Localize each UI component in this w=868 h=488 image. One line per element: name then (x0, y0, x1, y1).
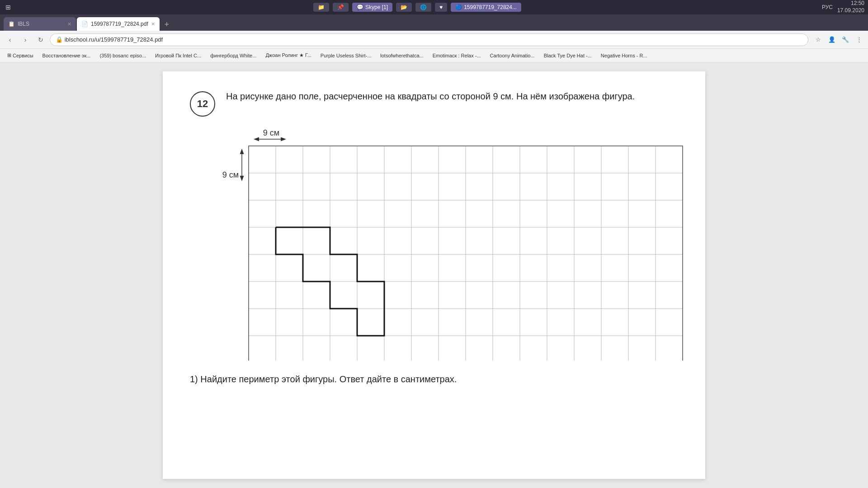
back-button[interactable]: ‹ (4, 33, 16, 46)
skype-icon: 💬 (357, 4, 363, 10)
refresh-button[interactable]: ↻ (34, 33, 47, 46)
url-text: iblschool.ru/u/1599787719_72824.pdf (65, 36, 163, 43)
bookmark-restore[interactable]: Восстановление эк... (39, 52, 94, 59)
title-bar-right: РУС 12:50 17.09.2020 (822, 0, 864, 14)
bookmark-igrovoy[interactable]: Игровой Пк Intel С... (151, 52, 205, 59)
taskbar-folder[interactable]: 📂 (396, 3, 412, 12)
tab-pdf-label: 1599787719_72824.pdf (91, 21, 148, 27)
heart-icon: ♥ (439, 4, 443, 10)
problem-header: 12 На рисунке дано поле, расчерченное на… (190, 89, 678, 117)
folder-icon: 📂 (401, 4, 407, 10)
profile-icon[interactable]: 👤 (826, 34, 837, 45)
tab-bar: 📋 IBLS ✕ 📄 1599787719_72824.pdf ✕ + (0, 14, 868, 31)
taskbar-pin[interactable]: 📌 (333, 3, 349, 12)
tab-ibls[interactable]: 📋 IBLS ✕ (4, 17, 76, 31)
bookmark-cartoony[interactable]: Cartoony Animatio... (486, 52, 538, 59)
bookmark-igrovoy-label: Игровой Пк Intel С... (155, 53, 201, 58)
bookmark-cartoony-label: Cartoony Animatio... (490, 53, 535, 58)
bookmark-rowling[interactable]: Джоан Ролинг ★ Г... (262, 52, 315, 59)
chrome-icon: 🔵 (455, 4, 462, 10)
tab-pdf-favicon: 📄 (81, 21, 88, 27)
bookmark-fingerboard-label: фингерборд White... (210, 53, 256, 58)
windows-icon[interactable]: ⊞ (4, 3, 13, 12)
svg-text:9 см: 9 см (222, 170, 239, 179)
browser-chrome: ⊞ 📁 📌 💬 Skype [1] 📂 🌐 ♥ (0, 0, 868, 62)
bookmark-negative-horns-label: Negative Horns - R... (601, 53, 647, 58)
page-content: 12 На рисунке дано поле, расчерченное на… (163, 71, 705, 479)
bookmark-star-icon[interactable]: ☆ (813, 34, 824, 45)
chrome-label: 1599787719_72824... (464, 4, 517, 10)
title-bar-left: ⊞ (4, 3, 13, 12)
bookmark-apps-icon: ⊞ (7, 52, 11, 58)
bookmark-lotsof-label: lotsofwherethatca... (380, 53, 423, 58)
taskbar-file-explorer[interactable]: 📁 (313, 3, 329, 12)
time: 12:50 (837, 0, 864, 7)
bookmarks-bar: ⊞ Сервисы Восстановление эк... (359) bos… (0, 49, 868, 62)
diagram-container: 9 см 9 см (217, 126, 678, 361)
menu-icon[interactable]: ⋮ (854, 34, 864, 45)
forward-button[interactable]: › (19, 33, 32, 46)
tab-ibls-label: IBLS (18, 21, 29, 27)
skype-label: Skype [1] (365, 4, 388, 10)
language-indicator: РУС (822, 4, 833, 10)
bookmark-purple-label: Purple Useless Shirt-... (321, 53, 371, 58)
edge-icon: 🌐 (420, 4, 427, 10)
bookmark-rowling-label: Джоан Ролинг ★ Г... (265, 52, 311, 58)
taskbar-edge[interactable]: 🌐 (415, 3, 431, 12)
svg-text:9 см: 9 см (263, 128, 279, 137)
bookmark-emotimask[interactable]: Emotimaск : Relax -... (429, 52, 485, 59)
bookmark-restore-label: Восстановление эк... (42, 53, 91, 58)
bookmark-black-tye-label: Black Tye Dye Hat -... (544, 53, 592, 58)
extensions-icon[interactable]: 🔧 (840, 34, 851, 45)
tab-pdf[interactable]: 📄 1599787719_72824.pdf ✕ (77, 17, 160, 31)
grid-diagram: 9 см 9 см (217, 126, 692, 361)
title-bar: ⊞ 📁 📌 💬 Skype [1] 📂 🌐 ♥ (0, 0, 868, 14)
problem-number: 12 (190, 91, 215, 117)
problem-text: На рисунке дано поле, расчерченное на кв… (226, 89, 635, 103)
taskbar-heart[interactable]: ♥ (435, 3, 447, 12)
pin-icon: 📌 (337, 4, 344, 10)
tab-ibls-close[interactable]: ✕ (67, 21, 71, 27)
lock-icon: 🔒 (56, 36, 63, 43)
bookmark-emotimask-label: Emotimaск : Relax -... (433, 53, 481, 58)
address-icons: ☆ 👤 🔧 ⋮ (813, 34, 864, 45)
bookmark-servisy-label: Сервисы (13, 53, 33, 58)
tab-ibls-favicon: 📋 (8, 21, 15, 27)
new-tab-button[interactable]: + (160, 18, 173, 31)
bookmark-bosanc-label: (359) bosanc episo... (99, 53, 146, 58)
bookmark-bosanc[interactable]: (359) bosanc episo... (96, 52, 150, 59)
address-bar-row: ‹ › ↻ 🔒 iblschool.ru/u/1599787719_72824.… (0, 31, 868, 49)
date: 17.09.2020 (837, 7, 864, 14)
bookmark-lotsof[interactable]: lotsofwherethatca... (377, 52, 427, 59)
file-explorer-icon: 📁 (318, 4, 325, 10)
address-field[interactable]: 🔒 iblschool.ru/u/1599787719_72824.pdf (50, 33, 808, 46)
taskbar-skype[interactable]: 💬 Skype [1] (352, 3, 392, 12)
bookmark-purple[interactable]: Purple Useless Shirt-... (317, 52, 375, 59)
bookmark-negative-horns[interactable]: Negative Horns - R... (597, 52, 651, 59)
taskbar-apps: 📁 📌 💬 Skype [1] 📂 🌐 ♥ 🔵 1599787719_72824… (16, 3, 818, 12)
bookmark-servisy[interactable]: ⊞ Сервисы (4, 52, 37, 59)
bookmark-black-tye[interactable]: Black Tye Dye Hat -... (540, 52, 595, 59)
taskbar-chrome[interactable]: 🔵 1599787719_72824... (451, 3, 521, 12)
sub-question: 1) Найдите периметр этой фигуры. Ответ д… (190, 374, 678, 385)
bookmark-fingerboard[interactable]: фингерборд White... (207, 52, 260, 59)
time-display: 12:50 17.09.2020 (837, 0, 864, 14)
content-area: 12 На рисунке дано поле, расчерченное на… (0, 62, 868, 488)
tab-pdf-close[interactable]: ✕ (151, 21, 155, 27)
